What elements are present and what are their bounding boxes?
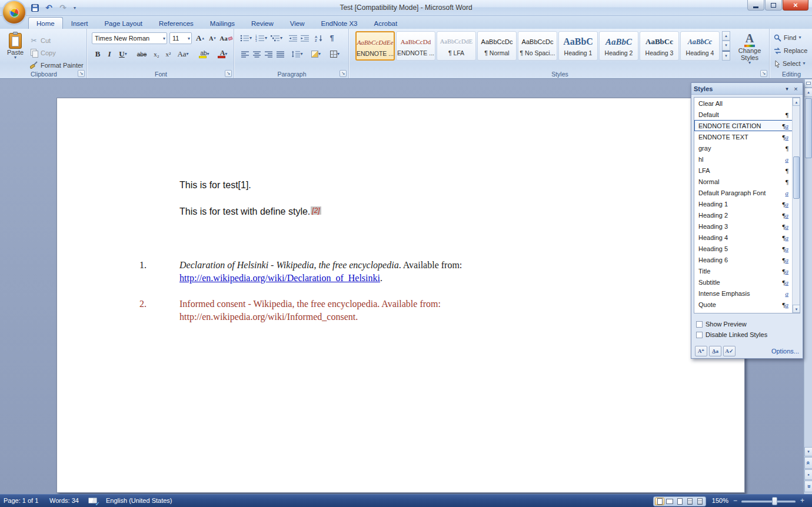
style-list-item[interactable]: Heading 6¶a: [694, 254, 800, 265]
strikethrough-button[interactable]: abe: [134, 48, 149, 60]
style-inspector-button[interactable]: A̲a: [709, 346, 721, 356]
show-formatting-marks-button[interactable]: ¶: [326, 32, 338, 44]
style-list-item[interactable]: LFA¶: [694, 165, 800, 176]
new-style-button[interactable]: A⁺: [695, 346, 707, 356]
language-indicator[interactable]: English (United States): [106, 497, 172, 504]
scroll-thumb[interactable]: [793, 156, 800, 199]
style-gallery-item-endnote-text[interactable]: AaBbCcDd ENDNOTE ...: [396, 31, 435, 61]
bullets-button[interactable]: ▾: [239, 32, 253, 44]
tab-endnote-x3[interactable]: EndNote X3: [312, 17, 365, 29]
font-dialog-launcher[interactable]: ↘: [225, 70, 232, 77]
styles-panel-close-button[interactable]: ×: [791, 85, 800, 93]
previous-page-button[interactable]: «: [804, 457, 812, 469]
numbering-button[interactable]: 123▾: [254, 32, 268, 44]
reference-link[interactable]: http://en.wikipedia.org/wiki/Declaration…: [179, 273, 380, 283]
close-button[interactable]: ×: [783, 0, 808, 11]
redo-button[interactable]: ↷: [58, 2, 68, 13]
underline-dropdown[interactable]: ▾: [125, 52, 127, 56]
align-left-button[interactable]: [239, 48, 251, 60]
styles-panel-header[interactable]: Styles ▾ ×: [691, 83, 803, 95]
style-gallery-item-normal[interactable]: AaBbCcDc ¶ Normal: [477, 31, 517, 61]
zoom-slider-thumb[interactable]: [772, 497, 777, 505]
style-gallery-item-lfa[interactable]: AaBbCcDdE ¶ LFA: [437, 31, 476, 61]
style-gallery-item-endnote-citation[interactable]: AaBbCcDdEe ENDNOTE ...: [355, 31, 395, 61]
format-painter-button[interactable]: Format Painter: [28, 59, 86, 71]
style-list-item[interactable]: Heading 4¶a: [694, 232, 800, 243]
increase-indent-button[interactable]: [299, 32, 311, 44]
style-gallery-item-heading4[interactable]: AaBbCc Heading 4: [680, 31, 720, 61]
clipboard-dialog-launcher[interactable]: ↘: [78, 70, 85, 77]
tab-insert[interactable]: Insert: [63, 17, 96, 29]
manage-styles-button[interactable]: A✓: [723, 346, 736, 356]
minimize-button[interactable]: [747, 0, 764, 11]
scroll-thumb[interactable]: [805, 98, 812, 158]
options-link[interactable]: Options...: [771, 348, 799, 355]
subscript-button[interactable]: x₂: [151, 48, 162, 60]
paste-button[interactable]: Paste ▾: [4, 31, 26, 71]
select-button[interactable]: Select ▾: [774, 58, 810, 69]
scroll-up-button[interactable]: ▴: [804, 88, 812, 97]
proofing-status-button[interactable]: ✓: [88, 497, 99, 505]
align-center-button[interactable]: [251, 48, 262, 60]
underline-button[interactable]: U▾: [115, 48, 131, 60]
maximize-button[interactable]: [765, 0, 782, 11]
highlight-dropdown[interactable]: ▾: [207, 52, 209, 56]
style-list-item[interactable]: Default Paragraph Fonta: [694, 187, 800, 198]
scroll-up-button[interactable]: ▴: [793, 98, 800, 106]
style-list-item[interactable]: hla: [694, 154, 800, 165]
style-list-item[interactable]: Subtitle¶a: [694, 276, 800, 288]
full-screen-reading-view-button[interactable]: [665, 498, 674, 505]
sort-button[interactable]: AZ: [313, 32, 325, 44]
tab-references[interactable]: References: [151, 17, 202, 29]
undo-button[interactable]: ↶: [44, 2, 54, 13]
zoom-out-button[interactable]: −: [731, 496, 739, 505]
zoom-slider[interactable]: [741, 501, 796, 502]
draft-view-button[interactable]: [695, 498, 704, 505]
tab-view[interactable]: View: [282, 17, 313, 29]
tab-home[interactable]: Home: [28, 17, 63, 29]
page-indicator[interactable]: Page: 1 of 1: [4, 497, 38, 504]
zoom-in-button[interactable]: +: [798, 496, 806, 505]
print-layout-view-button[interactable]: [655, 498, 664, 505]
clear-formatting-button[interactable]: Aa: [219, 32, 233, 44]
copy-button[interactable]: Copy: [28, 47, 86, 58]
cut-button[interactable]: ✂ Cut: [28, 35, 86, 46]
tab-acrobat[interactable]: Acrobat: [366, 17, 406, 29]
select-dropdown[interactable]: ▾: [803, 62, 806, 65]
style-list-item[interactable]: Intense Emphasisa: [694, 288, 800, 299]
bold-button[interactable]: B: [92, 48, 104, 60]
outline-view-button[interactable]: [685, 498, 694, 505]
document-scrollbar[interactable]: ▴ ▾ « ● «: [804, 79, 812, 494]
word-count[interactable]: Words: 34: [49, 497, 79, 504]
style-gallery-item-no-spacing[interactable]: AaBbCcDc ¶ No Spaci...: [518, 31, 557, 61]
justify-button[interactable]: [274, 48, 286, 60]
tab-mailings[interactable]: Mailings: [202, 17, 243, 29]
italic-button[interactable]: I: [104, 48, 115, 60]
grow-font-button[interactable]: A▴: [194, 32, 206, 44]
style-list-item[interactable]: Clear All: [694, 98, 800, 109]
styles-dialog-launcher[interactable]: ↘: [760, 70, 767, 77]
save-button[interactable]: [29, 2, 40, 13]
style-list-item[interactable]: ENDNOTE TEXT¶a: [694, 131, 800, 142]
web-layout-view-button[interactable]: [675, 498, 684, 505]
style-list-item[interactable]: Title¶a: [694, 265, 800, 276]
style-list-item[interactable]: Heading 1¶a: [694, 198, 800, 209]
style-list-item[interactable]: Heading 5¶a: [694, 243, 800, 254]
scroll-down-button[interactable]: ▾: [793, 305, 800, 313]
style-list-item[interactable]: Default¶: [694, 109, 800, 120]
show-preview-checkbox[interactable]: Show Preview: [696, 321, 747, 328]
change-styles-button[interactable]: A Change Styles ▾: [733, 32, 766, 69]
scroll-down-button[interactable]: ▾: [804, 447, 812, 456]
style-list-item[interactable]: Quote¶a: [694, 299, 800, 310]
styles-list-scrollbar[interactable]: ▴ ▾: [792, 98, 800, 313]
citation-field[interactable]: [2]: [311, 206, 321, 215]
office-button[interactable]: [3, 1, 25, 24]
ruler-toggle-button[interactable]: [804, 79, 812, 88]
qat-customize-button[interactable]: ▾: [72, 2, 78, 13]
paragraph-dialog-launcher[interactable]: ↘: [340, 70, 347, 77]
find-dropdown[interactable]: ▾: [798, 36, 801, 39]
superscript-button[interactable]: x²: [162, 48, 174, 60]
style-list-item[interactable]: Normal¶: [694, 176, 800, 187]
gallery-scroll-down-button[interactable]: ▾: [722, 41, 730, 50]
next-page-button[interactable]: «: [804, 481, 812, 492]
